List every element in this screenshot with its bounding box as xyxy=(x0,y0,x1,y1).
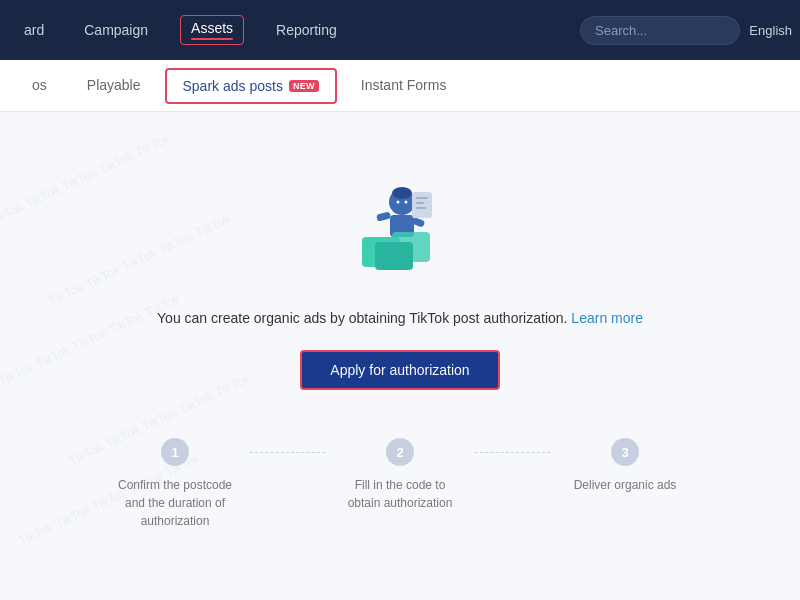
watermark-3: TikTok TikTok TikTok TikTok TikTok xyxy=(0,291,183,389)
svg-rect-7 xyxy=(375,242,413,270)
nav-items: ard Campaign Assets Reporting xyxy=(16,15,345,45)
step-3-label: Deliver organic ads xyxy=(574,476,677,494)
svg-rect-9 xyxy=(416,197,428,199)
learn-more-link[interactable]: Learn more xyxy=(571,310,643,326)
step-2-label: Fill in the code to obtain authorization xyxy=(340,476,460,512)
svg-rect-11 xyxy=(416,207,426,209)
step-1-label: Confirm the postcode and the duration of… xyxy=(115,476,235,530)
steps-container: 1 Confirm the postcode and the duration … xyxy=(100,438,700,530)
nav-item-assets[interactable]: Assets xyxy=(180,15,244,45)
illustration xyxy=(340,172,460,286)
nav-item-reporting[interactable]: Reporting xyxy=(268,18,345,42)
watermark-1: TikTok TikTok TikTok TikTok TikTok xyxy=(0,131,173,229)
main-content: TikTok TikTok TikTok TikTok TikTok TikTo… xyxy=(0,112,800,600)
new-badge: NEW xyxy=(289,80,319,92)
watermark-2: TikTok TikTok TikTok TikTok TikTok xyxy=(46,211,233,309)
svg-rect-3 xyxy=(376,211,391,221)
step-1: 1 Confirm the postcode and the duration … xyxy=(100,438,250,530)
tab-spark-ads-posts[interactable]: Spark ads posts NEW xyxy=(165,68,337,104)
tab-playable[interactable]: Playable xyxy=(71,63,157,109)
language-selector[interactable]: English xyxy=(749,23,792,38)
step-3-number: 3 xyxy=(611,438,639,466)
nav-item-campaign[interactable]: Campaign xyxy=(76,18,156,42)
step-1-number: 1 xyxy=(161,438,189,466)
svg-rect-8 xyxy=(412,192,432,218)
tab-instant-forms[interactable]: Instant Forms xyxy=(345,63,463,109)
step-2-number: 2 xyxy=(386,438,414,466)
nav-item-dashboard[interactable]: ard xyxy=(16,18,52,42)
tab-os[interactable]: os xyxy=(16,63,63,109)
top-navigation: ard Campaign Assets Reporting Search... … xyxy=(0,0,800,60)
svg-rect-10 xyxy=(416,202,424,204)
svg-point-12 xyxy=(397,201,400,204)
nav-search-input[interactable]: Search... xyxy=(580,16,740,45)
description-text: You can create organic ads by obtaining … xyxy=(157,310,643,326)
svg-point-13 xyxy=(405,201,408,204)
connector-2 xyxy=(475,438,550,453)
step-2: 2 Fill in the code to obtain authorizati… xyxy=(325,438,475,512)
svg-point-1 xyxy=(392,187,412,199)
apply-authorization-button[interactable]: Apply for authorization xyxy=(300,350,499,390)
description-main: You can create organic ads by obtaining … xyxy=(157,310,567,326)
step-3: 3 Deliver organic ads xyxy=(550,438,700,494)
sub-navigation: os Playable Spark ads posts NEW Instant … xyxy=(0,60,800,112)
tab-spark-ads-label: Spark ads posts xyxy=(183,78,283,94)
connector-1 xyxy=(250,438,325,453)
